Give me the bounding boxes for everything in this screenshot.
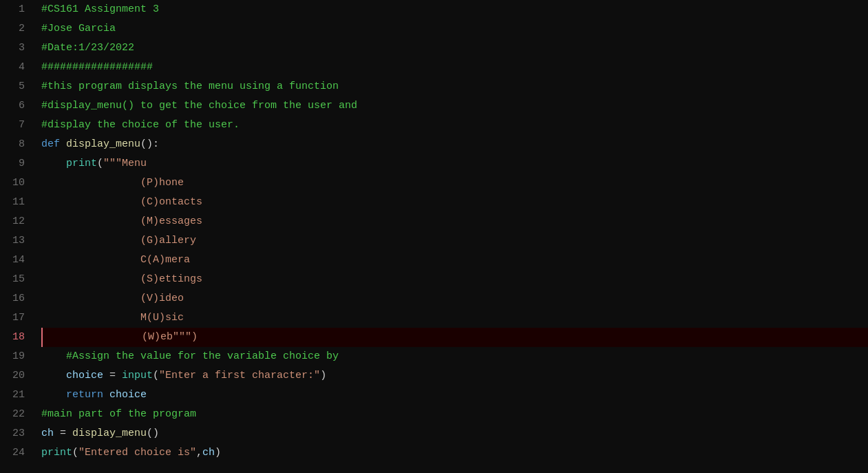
code-line-3: #Date:1/23/2022 bbox=[41, 39, 868, 58]
code-line-22: #main part of the program bbox=[41, 405, 868, 424]
line-number-10: 10 bbox=[11, 174, 25, 193]
code-line-19: #Assign the value for the variable choic… bbox=[41, 347, 868, 366]
code-line-8: def display_menu(): bbox=[41, 135, 868, 154]
code-line-20: choice = input("Enter a first character:… bbox=[41, 366, 868, 386]
code-line-5: #this program displays the menu using a … bbox=[41, 77, 868, 96]
line-number-8: 8 bbox=[11, 135, 25, 154]
line-number-1: 1 bbox=[11, 0, 25, 19]
code-line-17: M(U)sic bbox=[41, 308, 868, 328]
code-line-15: (S)ettings bbox=[41, 270, 868, 289]
code-line-1: #CS161 Assignment 3 bbox=[41, 0, 868, 19]
code-line-9: print("""Menu bbox=[41, 154, 868, 174]
line-number-19: 19 bbox=[11, 347, 25, 366]
line-number-21: 21 bbox=[11, 386, 25, 405]
code-line-21: return choice bbox=[41, 386, 868, 405]
line-number-18: 18 bbox=[11, 328, 25, 347]
line-number-14: 14 bbox=[11, 251, 25, 270]
line-number-4: 4 bbox=[11, 58, 25, 77]
line-number-9: 9 bbox=[11, 154, 25, 174]
line-number-17: 17 bbox=[11, 308, 25, 328]
code-line-18: (W)eb""") bbox=[41, 328, 868, 347]
code-line-16: (V)ideo bbox=[41, 289, 868, 308]
code-line-24: print("Entered choice is",ch) bbox=[41, 443, 868, 463]
line-number-5: 5 bbox=[11, 77, 25, 96]
line-number-12: 12 bbox=[11, 212, 25, 231]
line-number-23: 23 bbox=[11, 424, 25, 443]
line-number-3: 3 bbox=[11, 39, 25, 58]
line-number-7: 7 bbox=[11, 116, 25, 135]
code-editor: 123456789101112131415161718192021222324 … bbox=[0, 0, 868, 473]
code-line-2: #Jose Garcia bbox=[41, 19, 868, 39]
line-number-16: 16 bbox=[11, 289, 25, 308]
code-line-13: (G)allery bbox=[41, 231, 868, 251]
code-content[interactable]: #CS161 Assignment 3#Jose Garcia#Date:1/2… bbox=[36, 0, 868, 473]
code-line-6: #display_menu() to get the choice from t… bbox=[41, 96, 868, 116]
line-number-2: 2 bbox=[11, 19, 25, 39]
line-number-20: 20 bbox=[11, 366, 25, 386]
line-number-11: 11 bbox=[11, 193, 25, 212]
code-line-23: ch = display_menu() bbox=[41, 424, 868, 443]
code-line-10: (P)hone bbox=[41, 174, 868, 193]
line-number-6: 6 bbox=[11, 96, 25, 116]
code-line-14: C(A)mera bbox=[41, 251, 868, 270]
line-number-15: 15 bbox=[11, 270, 25, 289]
line-numbers: 123456789101112131415161718192021222324 bbox=[0, 0, 36, 473]
code-line-7: #display the choice of the user. bbox=[41, 116, 868, 135]
line-number-24: 24 bbox=[11, 443, 25, 463]
line-number-22: 22 bbox=[11, 405, 25, 424]
code-line-4: ################## bbox=[41, 58, 868, 77]
code-line-12: (M)essages bbox=[41, 212, 868, 231]
code-line-11: (C)ontacts bbox=[41, 193, 868, 212]
code-area[interactable]: 123456789101112131415161718192021222324 … bbox=[0, 0, 868, 473]
line-number-13: 13 bbox=[11, 231, 25, 251]
